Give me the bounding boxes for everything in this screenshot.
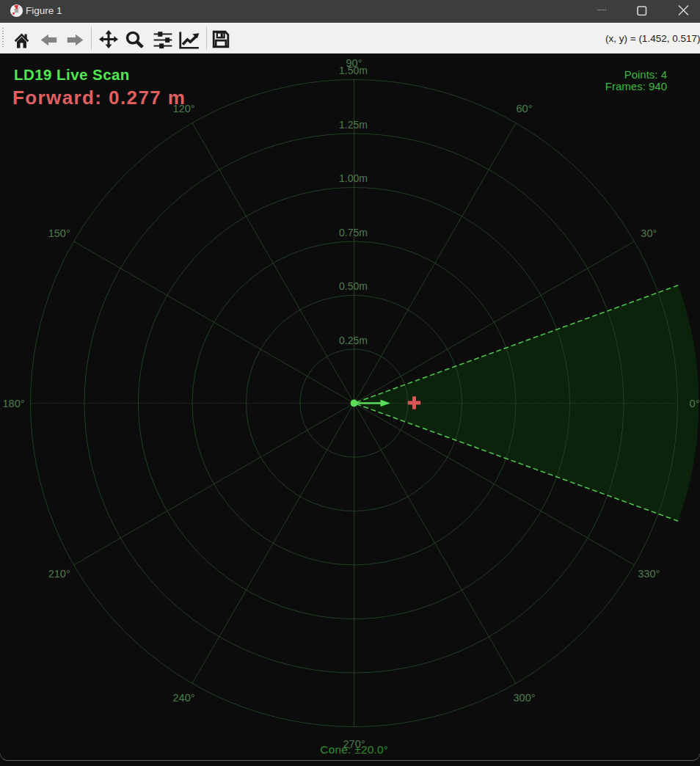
svg-text:0.25m: 0.25m <box>339 335 368 346</box>
svg-text:0.50m: 0.50m <box>339 280 368 292</box>
svg-text:LD19 Live Scan: LD19 Live Scan <box>14 66 130 83</box>
svg-text:Points: 4: Points: 4 <box>624 68 667 81</box>
svg-text:30°: 30° <box>641 227 657 239</box>
svg-text:1.25m: 1.25m <box>339 119 368 131</box>
svg-text:1.50m: 1.50m <box>339 65 368 76</box>
svg-text:240°: 240° <box>173 692 195 704</box>
svg-text:210°: 210° <box>48 568 70 580</box>
svg-text:300°: 300° <box>514 692 536 704</box>
svg-text:0.75m: 0.75m <box>339 227 368 238</box>
svg-text:Frames: 940: Frames: 940 <box>605 80 667 92</box>
svg-text:60°: 60° <box>517 103 533 114</box>
svg-text:180°: 180° <box>3 398 25 409</box>
svg-text:1.00m: 1.00m <box>339 172 368 184</box>
svg-text:0°: 0° <box>690 398 700 409</box>
svg-text:150°: 150° <box>48 227 70 239</box>
svg-text:330°: 330° <box>638 568 660 580</box>
svg-text:Forward: 0.277 m: Forward: 0.277 m <box>12 87 186 109</box>
